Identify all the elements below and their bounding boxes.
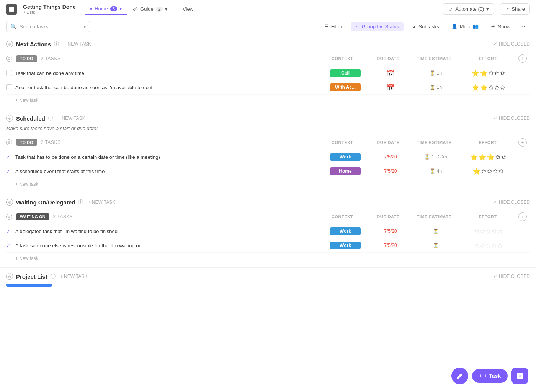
- task-name-3[interactable]: Task that has to be done on a certain da…: [15, 154, 319, 160]
- section-next-actions-collapse[interactable]: ⊖: [6, 41, 13, 47]
- view-tab-label: + View: [178, 6, 193, 12]
- section-waiting-new-task[interactable]: + NEW TASK: [88, 199, 115, 205]
- section-next-actions-title: Next Actions: [16, 41, 51, 47]
- time-est-4: ⏳ 4h: [413, 168, 459, 174]
- section-waiting-collapse[interactable]: ⊖: [6, 199, 13, 206]
- section-waiting-hide-closed[interactable]: ✓ HIDE CLOSED: [494, 199, 530, 205]
- automate-button[interactable]: ☺ Automate (0) ▾: [443, 3, 494, 15]
- stars-5[interactable]: ✩✩✩✩✩: [462, 228, 515, 235]
- task-check-6[interactable]: ✓: [6, 242, 12, 248]
- filter-button[interactable]: ☰ Filter: [320, 22, 346, 31]
- task-name-1[interactable]: Task that can be done any time: [15, 70, 319, 76]
- task-checkbox-2[interactable]: [6, 84, 12, 90]
- nav-tabs: ≡ Home 5 ▾ ☍ Guide 2 ▾ + View: [85, 3, 198, 15]
- section-waiting-title: Waiting On/Delegated: [16, 199, 75, 206]
- status-badge-todo[interactable]: TO DO: [16, 55, 37, 62]
- col-context-2: CONTEXT: [319, 140, 365, 145]
- add-group-button-3[interactable]: +: [518, 212, 527, 221]
- tab-guide[interactable]: ☍ Guide 2 ▾: [128, 3, 172, 15]
- group-by-button[interactable]: ⚬ Group by: Status: [351, 22, 404, 31]
- time-empty-6: ⏳: [413, 243, 459, 248]
- section-scheduled-info[interactable]: ⓘ: [48, 115, 53, 122]
- more-button[interactable]: ⋯: [519, 22, 530, 31]
- search-box[interactable]: 🔍 Search tasks... ▾: [6, 21, 90, 32]
- context-tag-5[interactable]: Work: [330, 227, 361, 235]
- task-check-3[interactable]: ✓: [6, 154, 12, 160]
- fab-task-icon: +: [479, 373, 482, 379]
- checkmark-icon-3: ✓: [494, 199, 497, 205]
- section-scheduled-new-task[interactable]: + NEW TASK: [58, 116, 85, 121]
- task-name-2[interactable]: Another task that can be done as soon as…: [15, 85, 319, 90]
- task-check-5[interactable]: ✓: [6, 228, 12, 234]
- add-group-button-1[interactable]: +: [518, 54, 527, 63]
- filter-label: Filter: [331, 24, 342, 29]
- section-scheduled-collapse[interactable]: ⊖: [6, 115, 13, 122]
- hide-closed-label: HIDE CLOSED: [499, 41, 530, 47]
- checkmark-icon-4: ✓: [494, 274, 497, 279]
- group-waiting-collapse[interactable]: ⊖: [6, 214, 12, 220]
- stars-2[interactable]: ⭐⭐✩✩✩: [462, 84, 515, 91]
- time-empty-5: ⏳: [413, 229, 459, 234]
- top-bar: Getting Things Done 7 Lists ≡ Home 5 ▾ ☍…: [0, 0, 536, 18]
- subtasks-button[interactable]: ↳ Subtasks: [408, 22, 443, 31]
- group-next-actions-todo: ⊖ TO DO 2 TASKS CONTEXT DUE DATE TIME ES…: [0, 51, 536, 106]
- fab-task-button[interactable]: + + Task: [472, 369, 508, 383]
- section-waiting-info[interactable]: ⓘ: [78, 199, 83, 206]
- hide-closed-label-4: HIDE CLOSED: [499, 274, 530, 279]
- col-effort-2: EFFORT: [461, 140, 515, 145]
- section-next-actions-new-task[interactable]: + NEW TASK: [64, 41, 91, 47]
- due-empty-2: 📅: [371, 84, 410, 91]
- section-project-list-new-task[interactable]: + NEW TASK: [60, 274, 88, 279]
- task-check-4[interactable]: ✓: [6, 168, 12, 174]
- section-project-list-collapse[interactable]: ⊖: [6, 273, 13, 280]
- col-effort-1: EFFORT: [461, 56, 515, 61]
- context-tag-6[interactable]: Work: [330, 242, 361, 249]
- status-badge-waiting[interactable]: WAITING ON: [16, 213, 49, 220]
- section-project-list-hide-closed[interactable]: ✓ HIDE CLOSED: [494, 274, 530, 279]
- stars-6[interactable]: ✩✩✩✩✩: [462, 242, 515, 249]
- hourglass-icon-1: ⏳: [430, 70, 435, 76]
- share-label: Share: [511, 6, 525, 12]
- section-project-list-info[interactable]: ⓘ: [51, 273, 56, 280]
- section-scheduled-hide-closed[interactable]: ✓ HIDE CLOSED: [494, 116, 530, 121]
- time-est-2: ⏳ 1h: [413, 85, 459, 90]
- stars-4[interactable]: ⭐✩✩✩✩: [462, 168, 515, 175]
- fab-edit-button[interactable]: [451, 368, 468, 384]
- group-next-actions-collapse[interactable]: ⊖: [6, 56, 12, 62]
- section-next-actions: ⊖ Next Actions ⓘ + NEW TASK ✓ HIDE CLOSE…: [0, 35, 536, 109]
- tab-view[interactable]: + View: [174, 3, 198, 15]
- context-tag-1[interactable]: Call: [330, 69, 361, 77]
- col-duedate-1: DUE DATE: [369, 56, 407, 61]
- add-group-button-2[interactable]: +: [518, 138, 527, 147]
- new-task-button-2[interactable]: + New task: [6, 178, 530, 190]
- stars-1[interactable]: ⭐⭐✩✩✩: [462, 70, 515, 77]
- tab-home[interactable]: ≡ Home 5 ▾: [85, 3, 127, 15]
- fab-grid-button[interactable]: [511, 368, 528, 384]
- app-title: Getting Things Done: [23, 4, 76, 10]
- share-button[interactable]: ↗ Share: [500, 3, 530, 15]
- task-checkbox-1[interactable]: [6, 70, 12, 76]
- show-button[interactable]: ☀ Show: [487, 22, 514, 31]
- task-name-4[interactable]: A scheduled event that starts at this ti…: [15, 168, 319, 174]
- show-label: Show: [498, 24, 510, 29]
- task-name-5[interactable]: A delegated task that I'm waiting to be …: [15, 229, 319, 234]
- group-scheduled-collapse[interactable]: ⊖: [6, 139, 12, 145]
- table-row: Task that can be done any time Call 📅 ⏳ …: [6, 66, 530, 80]
- me-button[interactable]: 👤 Me · 👥: [448, 22, 483, 31]
- task-name-6[interactable]: A task someone else is responsible for t…: [15, 243, 319, 248]
- status-badge-todo-2[interactable]: TO DO: [16, 139, 37, 146]
- section-next-actions-info[interactable]: ⓘ: [54, 41, 59, 47]
- search-chevron: ▾: [83, 24, 86, 29]
- group-label: Group by: Status: [362, 24, 399, 29]
- new-task-button-3[interactable]: + New task: [6, 253, 530, 264]
- context-tag-4[interactable]: Home: [330, 167, 361, 175]
- app-subtitle: 7 Lists: [23, 10, 76, 15]
- stars-3[interactable]: ⭐⭐⭐✩✩: [462, 154, 515, 161]
- context-tag-3[interactable]: Work: [330, 153, 361, 161]
- time-val-2: 1h: [437, 85, 442, 90]
- new-task-button-1[interactable]: + New task: [6, 95, 530, 106]
- section-next-actions-hide-closed[interactable]: ✓ HIDE CLOSED: [494, 41, 530, 47]
- context-tag-2[interactable]: With Ac...: [330, 83, 361, 91]
- task-count-2: 2 TASKS: [41, 140, 61, 145]
- checkmark-icon: ✓: [494, 41, 497, 47]
